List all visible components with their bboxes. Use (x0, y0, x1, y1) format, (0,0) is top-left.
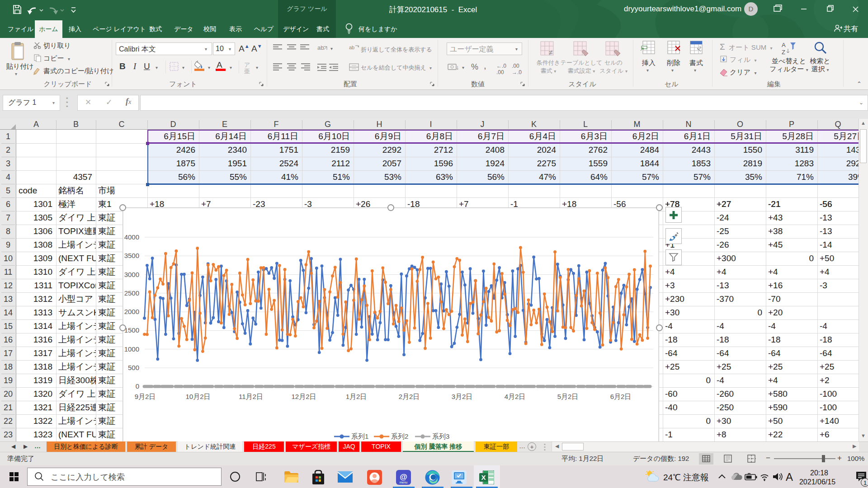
svg-text:2500: 2500 (124, 289, 139, 297)
svg-text:5月2日: 5月2日 (557, 393, 579, 400)
svg-text:10月2日: 10月2日 (185, 393, 210, 400)
svg-text:ab: ab (317, 44, 324, 51)
svg-text:9月2日: 9月2日 (135, 393, 156, 400)
svg-text:ab: ab (349, 45, 354, 50)
svg-text:menu: menu (400, 481, 408, 484)
svg-text:@: @ (400, 473, 407, 481)
svg-text:3月2日: 3月2日 (452, 393, 473, 400)
svg-text:12月2日: 12月2日 (291, 393, 316, 400)
svg-text:3500: 3500 (124, 252, 139, 259)
svg-text:6月2日: 6月2日 (610, 393, 632, 400)
svg-text:2月2日: 2月2日 (399, 393, 420, 400)
svg-text:1月2日: 1月2日 (346, 393, 367, 400)
svg-text:0: 0 (136, 382, 139, 390)
svg-text:4月2日: 4月2日 (505, 393, 526, 400)
svg-text:≠: ≠ (549, 49, 553, 56)
svg-text:系列3: 系列3 (432, 432, 449, 440)
svg-text:1500: 1500 (124, 326, 139, 334)
svg-text:1000: 1000 (124, 345, 139, 353)
svg-text:3000: 3000 (124, 271, 139, 278)
svg-text:11月2日: 11月2日 (239, 393, 263, 400)
svg-text:系列2: 系列2 (391, 432, 408, 440)
svg-text:4000: 4000 (124, 233, 139, 241)
svg-text:X: X (481, 474, 486, 481)
svg-text:2000: 2000 (124, 308, 139, 315)
svg-text:系列1: 系列1 (351, 432, 368, 440)
svg-text:500: 500 (128, 364, 139, 371)
svg-text:A: A (782, 42, 786, 48)
svg-text:Z: Z (782, 49, 785, 56)
